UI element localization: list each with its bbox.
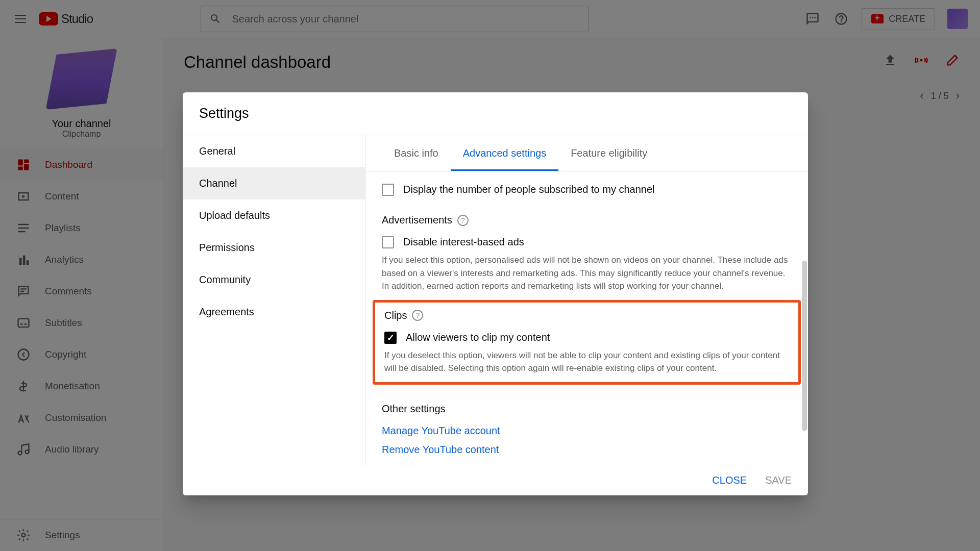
clips-section-header: Clips? bbox=[384, 310, 789, 321]
tab-feature-eligibility[interactable]: Feature eligibility bbox=[558, 135, 659, 171]
tab-basic-info[interactable]: Basic info bbox=[382, 135, 451, 171]
ads-description: If you select this option, personalised … bbox=[382, 254, 792, 293]
subscriber-count-label: Display the number of people subscribed … bbox=[403, 184, 655, 195]
disable-interest-ads-checkbox[interactable] bbox=[382, 236, 394, 248]
settings-content: Display the number of people subscribed … bbox=[365, 171, 808, 465]
settings-tab-agreements[interactable]: Agreements bbox=[183, 296, 365, 328]
settings-tab-permissions[interactable]: Permissions bbox=[183, 232, 365, 264]
channel-tabs: Basic info Advanced settings Feature eli… bbox=[365, 135, 808, 171]
subscriber-count-checkbox[interactable] bbox=[382, 184, 394, 196]
tab-advanced-settings[interactable]: Advanced settings bbox=[451, 135, 558, 171]
settings-tab-upload-defaults[interactable]: Upload defaults bbox=[183, 199, 365, 232]
clips-description: If you deselect this option, viewers wil… bbox=[384, 349, 789, 375]
modal-title: Settings bbox=[183, 92, 808, 135]
ads-section-header: Advertisements? bbox=[382, 214, 792, 226]
help-icon[interactable]: ? bbox=[457, 215, 469, 226]
allow-clips-checkbox[interactable] bbox=[384, 332, 397, 344]
scrollbar-thumb[interactable] bbox=[802, 261, 807, 432]
settings-tab-general[interactable]: General bbox=[183, 135, 365, 167]
modal-sidebar: General Channel Upload defaults Permissi… bbox=[183, 135, 365, 465]
manage-account-link[interactable]: Manage YouTube account bbox=[382, 425, 792, 437]
modal-footer: CLOSE SAVE bbox=[183, 465, 808, 495]
scrollbar[interactable] bbox=[801, 182, 808, 444]
close-button[interactable]: CLOSE bbox=[712, 474, 747, 486]
settings-modal: Settings General Channel Upload defaults… bbox=[183, 92, 808, 495]
disable-interest-ads-label: Disable interest-based ads bbox=[403, 236, 524, 248]
settings-tab-channel[interactable]: Channel bbox=[183, 167, 365, 199]
settings-tab-community[interactable]: Community bbox=[183, 264, 365, 296]
clips-highlight: Clips? Allow viewers to clip my content … bbox=[373, 300, 801, 385]
save-button[interactable]: SAVE bbox=[765, 474, 792, 486]
remove-content-link[interactable]: Remove YouTube content bbox=[382, 444, 792, 456]
other-settings-header: Other settings bbox=[382, 403, 792, 415]
help-icon[interactable]: ? bbox=[412, 310, 423, 321]
allow-clips-label: Allow viewers to clip my content bbox=[406, 332, 550, 343]
